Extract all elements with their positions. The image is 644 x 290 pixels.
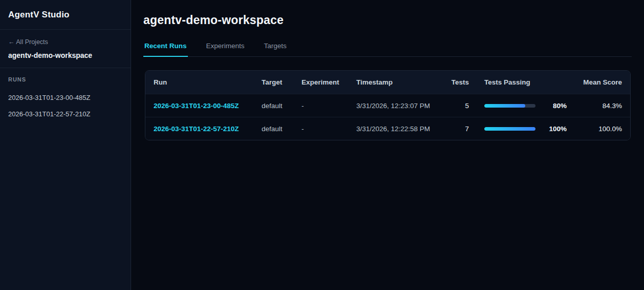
run-link[interactable]: 2026-03-31T01-22-57-210Z: [154, 125, 239, 133]
app-root: AgentV Studio ← All Projects agentv-demo…: [0, 0, 644, 290]
tests-passing-bar-fill: [484, 127, 535, 131]
sidebar-header: AgentV Studio: [0, 0, 131, 30]
sidebar-run-item[interactable]: 2026-03-31T01-23-00-485Z: [8, 90, 122, 106]
sidebar-project-section: ← All Projects agentv-demo-workspace: [0, 30, 131, 68]
sidebar-workspace-name: agentv-demo-workspace: [8, 51, 122, 59]
tests-passing-percent: 100%: [549, 125, 567, 133]
page-title: agentv-demo-workspace: [143, 13, 632, 27]
app-title: AgentV Studio: [8, 10, 122, 20]
column-header-experiment: Experiment: [302, 78, 356, 86]
tests-passing-bar-fill: [484, 104, 525, 108]
timestamp-cell: 3/31/2026, 12:22:58 PM: [356, 125, 441, 133]
timestamp-cell: 3/31/2026, 12:23:07 PM: [356, 102, 441, 110]
table-row: 2026-03-31T01-23-00-485Z default - 3/31/…: [145, 94, 630, 117]
run-link[interactable]: 2026-03-31T01-23-00-485Z: [154, 102, 239, 110]
tests-passing-bar-track: [484, 127, 535, 131]
tests-count-cell: 5: [441, 102, 469, 110]
main-content: agentv-demo-workspace Recent Runs Experi…: [131, 0, 644, 290]
table-row: 2026-03-31T01-22-57-210Z default - 3/31/…: [145, 117, 630, 140]
runs-table-body: 2026-03-31T01-23-00-485Z default - 3/31/…: [145, 94, 630, 140]
experiment-cell: -: [302, 102, 356, 110]
tests-count-cell: 7: [441, 125, 469, 133]
column-header-run: Run: [154, 78, 262, 86]
column-header-target: Target: [262, 78, 302, 86]
mean-score-cell: 100.0%: [567, 125, 622, 133]
tests-passing-cell: 100%: [469, 125, 567, 133]
column-header-mean-score: Mean Score: [567, 78, 622, 86]
column-header-timestamp: Timestamp: [356, 78, 441, 86]
target-cell: default: [262, 125, 302, 133]
runs-table-header: Run Target Experiment Timestamp Tests Te…: [145, 71, 630, 94]
target-cell: default: [262, 102, 302, 110]
tab-targets[interactable]: Targets: [263, 42, 288, 57]
experiment-cell: -: [302, 125, 356, 133]
sidebar: AgentV Studio ← All Projects agentv-demo…: [0, 0, 131, 290]
tab-recent-runs[interactable]: Recent Runs: [143, 42, 188, 57]
column-header-tests-passing: Tests Passing: [469, 78, 567, 86]
runs-section-label: RUNS: [8, 76, 122, 82]
sidebar-run-item[interactable]: 2026-03-31T01-22-57-210Z: [8, 106, 122, 122]
tests-passing-bar-track: [484, 104, 535, 108]
tests-passing-cell: 80%: [469, 102, 567, 110]
all-projects-back-link[interactable]: ← All Projects: [8, 38, 48, 46]
mean-score-cell: 84.3%: [567, 102, 622, 110]
tab-bar: Recent Runs Experiments Targets: [143, 42, 632, 57]
column-header-tests: Tests: [441, 78, 469, 86]
sidebar-runs-section: RUNS 2026-03-31T01-23-00-485Z 2026-03-31…: [0, 68, 131, 131]
tab-experiments[interactable]: Experiments: [205, 42, 246, 57]
runs-table: Run Target Experiment Timestamp Tests Te…: [145, 70, 631, 140]
tests-passing-percent: 80%: [553, 102, 567, 110]
